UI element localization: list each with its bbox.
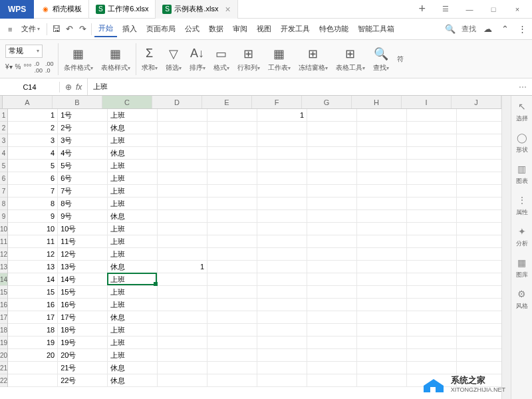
cell[interactable]: 休息 — [108, 311, 158, 324]
close-button[interactable]: × — [508, 3, 527, 16]
more-icon[interactable]: ⋮ — [516, 23, 528, 35]
conditional-format-button[interactable]: ▦条件格式▾ — [60, 45, 97, 74]
col-header-J[interactable]: J — [452, 96, 501, 108]
cell[interactable] — [407, 172, 457, 185]
cell[interactable] — [357, 109, 407, 122]
cell[interactable] — [457, 223, 501, 235]
menu-features[interactable]: 特色功能 — [315, 21, 352, 37]
cell[interactable] — [357, 160, 407, 172]
cell[interactable] — [257, 134, 307, 147]
cell[interactable] — [407, 324, 457, 336]
cell-reference-box[interactable]: C14 — [0, 82, 60, 92]
close-icon[interactable]: × — [225, 4, 230, 15]
cell[interactable] — [357, 311, 407, 324]
dec-inc-button[interactable]: .0.00 — [34, 61, 43, 74]
worksheet-button[interactable]: ▦工作表▾ — [264, 45, 295, 74]
cell[interactable]: 18 — [8, 324, 58, 336]
cell[interactable] — [207, 336, 257, 349]
cell[interactable] — [257, 299, 307, 311]
row-header[interactable]: 16 — [0, 299, 7, 311]
cell[interactable] — [8, 362, 58, 374]
col-header-E[interactable]: E — [202, 96, 252, 108]
cell[interactable]: 上班 — [108, 336, 158, 349]
row-header[interactable]: 14 — [0, 273, 7, 286]
cell[interactable] — [158, 273, 207, 286]
row-header[interactable]: 19 — [0, 336, 7, 349]
cell[interactable] — [257, 374, 307, 387]
cell[interactable]: 休息 — [108, 210, 158, 223]
formula-expand[interactable]: ⋯ — [513, 82, 532, 92]
cell[interactable] — [207, 147, 257, 160]
menu-devtools[interactable]: 开发工具 — [277, 21, 314, 37]
cell[interactable] — [257, 349, 307, 362]
sort-button[interactable]: A↓排序▾ — [186, 45, 209, 74]
menu-smarttools[interactable]: 智能工具箱 — [354, 21, 398, 37]
cell[interactable] — [158, 147, 207, 160]
cell[interactable] — [158, 223, 207, 235]
cell[interactable] — [307, 147, 357, 160]
row-header[interactable]: 18 — [0, 324, 7, 336]
cells-grid[interactable]: 11号上班122号休息33号上班44号休息55号上班66号上班77号上班88号上… — [8, 109, 501, 387]
col-header-G[interactable]: G — [302, 96, 352, 108]
cell[interactable] — [457, 299, 501, 311]
side-panel-item[interactable]: ↖选择 — [515, 100, 529, 123]
cell[interactable] — [307, 362, 357, 374]
cell[interactable] — [158, 235, 207, 248]
cell[interactable] — [207, 109, 257, 122]
menu-review[interactable]: 审阅 — [229, 21, 251, 37]
cell[interactable] — [407, 248, 457, 261]
row-header[interactable]: 3 — [0, 134, 7, 147]
cell[interactable]: 12号 — [58, 248, 108, 261]
cell[interactable]: 7 — [8, 185, 58, 198]
row-header[interactable]: 11 — [0, 235, 7, 248]
cell[interactable]: 22号 — [58, 374, 108, 387]
cell[interactable] — [207, 362, 257, 374]
format-button[interactable]: ▭格式▾ — [209, 45, 233, 74]
cell[interactable] — [207, 235, 257, 248]
cell[interactable] — [357, 286, 407, 299]
cell[interactable] — [457, 109, 501, 122]
cell[interactable] — [257, 235, 307, 248]
cell[interactable]: 17 — [8, 311, 58, 324]
cell[interactable]: 6号 — [58, 172, 108, 185]
cell[interactable]: 15 — [8, 286, 58, 299]
cell[interactable]: 7号 — [58, 185, 108, 198]
fx-icon[interactable]: fx — [76, 82, 82, 92]
cell[interactable]: 3 — [8, 134, 58, 147]
cell[interactable] — [207, 160, 257, 172]
cell[interactable]: 8 — [8, 198, 58, 210]
cell[interactable]: 9 — [8, 210, 58, 223]
cell[interactable] — [307, 185, 357, 198]
zoom-icon[interactable]: ⊕ — [65, 82, 72, 92]
cell[interactable] — [207, 349, 257, 362]
cell[interactable] — [357, 336, 407, 349]
cell[interactable]: 9号 — [58, 210, 108, 223]
save-icon[interactable]: 🖫 — [50, 23, 62, 35]
cell[interactable] — [357, 198, 407, 210]
cell[interactable] — [207, 374, 257, 387]
cell[interactable] — [158, 172, 207, 185]
cell[interactable] — [207, 273, 257, 286]
cell[interactable] — [307, 210, 357, 223]
undo-icon[interactable]: ↶ — [63, 23, 75, 35]
cell[interactable] — [457, 134, 501, 147]
cell[interactable]: 8号 — [58, 198, 108, 210]
cell[interactable]: 休息 — [108, 122, 158, 134]
cell[interactable]: 休息 — [108, 147, 158, 160]
comma-button[interactable]: °°° — [23, 63, 31, 70]
side-panel-item[interactable]: ◯形状 — [515, 131, 529, 154]
menu-data[interactable]: 数据 — [205, 21, 227, 37]
cell[interactable]: 上班 — [108, 349, 158, 362]
cell[interactable] — [457, 349, 501, 362]
cell[interactable] — [257, 122, 307, 134]
cell[interactable] — [457, 324, 501, 336]
cell[interactable] — [457, 210, 501, 223]
cell[interactable]: 上班 — [108, 286, 158, 299]
cell[interactable] — [407, 223, 457, 235]
cell[interactable]: 上班 — [108, 198, 158, 210]
cell[interactable] — [158, 349, 207, 362]
cell[interactable]: 14 — [8, 273, 58, 286]
cell[interactable] — [357, 223, 407, 235]
freeze-button[interactable]: ⊞冻结窗格▾ — [295, 45, 332, 74]
cell[interactable]: 上班 — [108, 248, 158, 261]
